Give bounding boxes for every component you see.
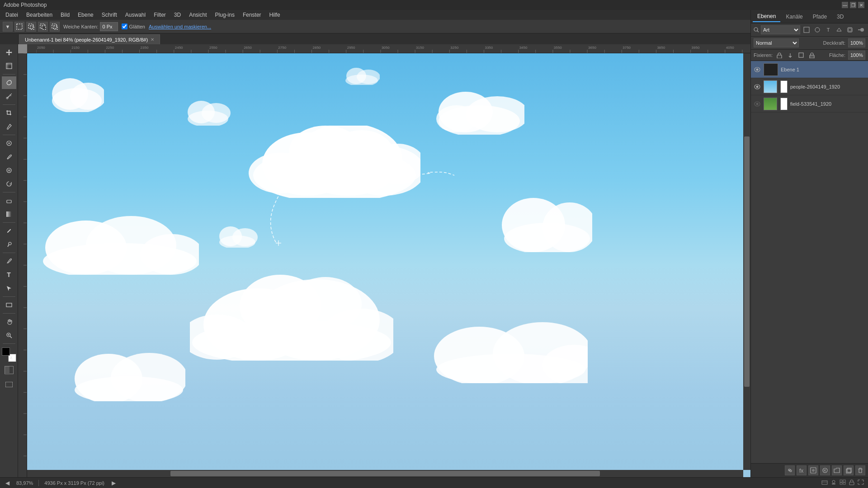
magic-wand-tool[interactable] bbox=[2, 90, 16, 103]
crop-tool[interactable] bbox=[2, 107, 16, 119]
text-tool[interactable]: T bbox=[2, 268, 16, 281]
tiny-cloud-1 bbox=[344, 67, 380, 85]
menu-datei[interactable]: Datei bbox=[2, 11, 22, 19]
blend-mode-select[interactable]: Normal bbox=[754, 38, 799, 47]
canvas-image[interactable] bbox=[27, 53, 750, 477]
restore-button[interactable]: ❐ bbox=[850, 2, 856, 8]
svg-text:3250: 3250 bbox=[450, 46, 458, 50]
layer-vis-people[interactable] bbox=[754, 83, 761, 90]
filter-adj-btn[interactable] bbox=[813, 25, 822, 34]
timeline-btn[interactable] bbox=[821, 479, 828, 487]
lock-all-btn[interactable] bbox=[808, 51, 816, 59]
add-layer-btn[interactable] bbox=[844, 465, 854, 475]
status-prev-btn[interactable]: ◀ bbox=[4, 479, 11, 487]
stamp-btn[interactable] bbox=[830, 479, 837, 487]
menu-filter[interactable]: Filter bbox=[150, 11, 170, 19]
soft-edges-input[interactable] bbox=[100, 22, 118, 31]
tab-3d[interactable]: 3D bbox=[832, 12, 848, 22]
intersect-selection-btn[interactable] bbox=[50, 22, 60, 32]
screen-mode-btn[interactable] bbox=[2, 378, 16, 391]
menu-fenster[interactable]: Fenster bbox=[239, 11, 265, 19]
h-scroll-thumb[interactable] bbox=[170, 471, 600, 476]
layer-name-field: field-533541_1920 bbox=[790, 101, 865, 107]
layer-vis-ebene1[interactable] bbox=[754, 66, 761, 73]
lock-pixel-btn[interactable] bbox=[775, 51, 783, 59]
brush-tool[interactable] bbox=[2, 150, 16, 163]
tab-ebenen[interactable]: Ebenen bbox=[753, 11, 780, 22]
add-group-btn[interactable] bbox=[832, 465, 842, 475]
path-select-tool[interactable] bbox=[2, 282, 16, 295]
dodge-tool[interactable] bbox=[2, 238, 16, 251]
lock-artboard-btn[interactable] bbox=[797, 51, 805, 59]
smooth-checkbox[interactable] bbox=[122, 23, 127, 29]
add-selection-btn[interactable] bbox=[26, 22, 36, 32]
opacity-input[interactable] bbox=[848, 38, 865, 47]
eyedropper-tool[interactable] bbox=[2, 120, 16, 133]
delete-layer-btn[interactable] bbox=[855, 465, 865, 475]
lasso-tool[interactable] bbox=[2, 76, 16, 89]
gradient-tool[interactable] bbox=[2, 208, 16, 221]
artboard-tool[interactable] bbox=[2, 60, 16, 72]
smudge-tool[interactable] bbox=[2, 225, 16, 237]
canvas-area[interactable]: 2050215022502350245025502650275028502950… bbox=[18, 44, 750, 477]
shape-tool[interactable] bbox=[2, 299, 16, 311]
healing-tool[interactable] bbox=[2, 137, 16, 150]
menu-auswahl[interactable]: Auswahl bbox=[122, 11, 149, 19]
swap-colors-icon[interactable] bbox=[9, 355, 13, 358]
zoom-tool[interactable] bbox=[2, 329, 16, 342]
layer-item-field[interactable]: field-533541_1920 bbox=[751, 95, 868, 113]
menu-hilfe[interactable]: Hilfe bbox=[266, 11, 284, 19]
close-button[interactable]: ✕ bbox=[858, 2, 864, 8]
document-tab[interactable]: Unbenannt-1 bei 84% (people-2604149_1920… bbox=[19, 34, 160, 44]
move-tool[interactable] bbox=[2, 46, 16, 59]
menu-3d[interactable]: 3D bbox=[170, 11, 184, 19]
v-scroll-thumb[interactable] bbox=[744, 136, 750, 386]
pen-tool[interactable] bbox=[2, 255, 16, 267]
filter-smart-btn[interactable] bbox=[845, 25, 854, 34]
add-style-btn[interactable]: fx bbox=[797, 465, 807, 475]
history-brush-tool[interactable] bbox=[2, 178, 16, 190]
add-adjustment-btn[interactable] bbox=[820, 465, 830, 475]
status-lock2-btn[interactable] bbox=[848, 479, 855, 487]
status-grid-btn[interactable] bbox=[839, 479, 846, 487]
eraser-tool[interactable] bbox=[2, 194, 16, 207]
link-layers-btn[interactable] bbox=[785, 465, 795, 475]
fill-input[interactable] bbox=[848, 51, 865, 60]
layer-filter-select[interactable]: Art bbox=[761, 25, 800, 34]
menu-bild[interactable]: Bild bbox=[57, 11, 73, 19]
svg-point-156 bbox=[756, 68, 759, 70]
menu-bearbeiten[interactable]: Bearbeiten bbox=[23, 11, 56, 19]
status-next-btn[interactable]: ▶ bbox=[110, 479, 117, 487]
new-selection-btn[interactable] bbox=[14, 22, 24, 32]
layer-item-ebene1[interactable]: Ebene 1 bbox=[751, 61, 868, 78]
tab-pfade[interactable]: Pfade bbox=[808, 12, 831, 22]
horizontal-scrollbar[interactable] bbox=[27, 470, 743, 477]
menu-ebene[interactable]: Ebene bbox=[74, 11, 97, 19]
svg-point-138 bbox=[202, 103, 231, 123]
tool-preset-btn[interactable]: ▼ bbox=[3, 22, 13, 32]
filter-shape-btn[interactable] bbox=[835, 25, 844, 34]
layer-thumb-field-img bbox=[764, 98, 777, 110]
filter-type-btn[interactable]: T bbox=[824, 25, 833, 34]
tab-close-btn[interactable]: ✕ bbox=[151, 37, 154, 42]
filter-pixel-btn[interactable] bbox=[802, 25, 811, 34]
menu-ansicht[interactable]: Ansicht bbox=[185, 11, 210, 19]
quick-mask-btn[interactable] bbox=[2, 364, 16, 376]
clone-stamp-tool[interactable] bbox=[2, 164, 16, 177]
minimize-button[interactable]: — bbox=[842, 2, 848, 8]
mask-action-link[interactable]: Auswählen und maskieren... bbox=[149, 24, 211, 29]
tab-kanaele[interactable]: Kanäle bbox=[781, 12, 807, 22]
vertical-scrollbar[interactable] bbox=[743, 53, 750, 470]
layer-vis-field[interactable] bbox=[754, 100, 761, 108]
lock-position-btn[interactable] bbox=[786, 51, 794, 59]
status-expand-btn[interactable] bbox=[857, 479, 864, 487]
subtract-selection-btn[interactable] bbox=[38, 22, 48, 32]
hand-tool[interactable] bbox=[2, 315, 16, 328]
menu-schrift[interactable]: Schrift bbox=[98, 11, 121, 19]
add-mask-btn[interactable] bbox=[808, 465, 818, 475]
menu-plugins[interactable]: Plug-ins bbox=[212, 11, 238, 19]
layer-item-people[interactable]: people-2604149_1920 bbox=[751, 78, 868, 95]
filter-toggle-btn[interactable] bbox=[856, 25, 865, 34]
svg-text:fx: fx bbox=[799, 468, 803, 474]
cursor-indicator bbox=[275, 239, 278, 243]
